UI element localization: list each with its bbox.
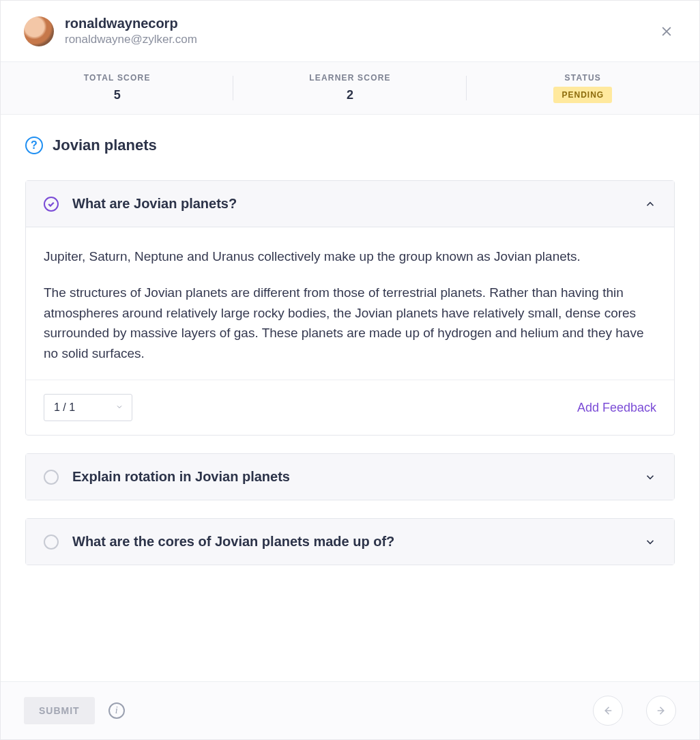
stat-label: TOTAL SCORE [1, 73, 233, 83]
question-header[interactable]: Explain rotation in Jovian planets [26, 454, 674, 500]
header: ronaldwaynecorp ronaldwayne@zylker.com [1, 1, 699, 62]
avatar [24, 16, 54, 46]
next-button[interactable] [646, 696, 676, 726]
answer-paragraph: Jupiter, Saturn, Neptune and Uranus coll… [44, 246, 656, 266]
info-icon[interactable]: i [108, 702, 125, 719]
question-title: Explain rotation in Jovian planets [72, 469, 644, 485]
status-badge: PENDING [553, 87, 612, 103]
stat-label: LEARNER SCORE [233, 73, 466, 83]
chevron-down-icon [115, 401, 123, 414]
submit-button[interactable]: SUBMIT [24, 697, 95, 724]
answer-paragraph: The structures of Jovian planets are dif… [44, 283, 656, 363]
question-card: What are the cores of Jovian planets mad… [25, 518, 675, 565]
content-area: ? Jovian planets What are Jovian planets… [1, 115, 699, 681]
prev-button[interactable] [593, 696, 623, 726]
score-value: 1 / 1 [54, 401, 75, 414]
score-select[interactable]: 1 / 1 [44, 394, 132, 421]
stats-bar: TOTAL SCORE 5 LEARNER SCORE 2 STATUS PEN… [1, 62, 699, 115]
user-info: ronaldwaynecorp ronaldwayne@zylker.com [65, 16, 657, 46]
quiz-title: Jovian planets [53, 137, 157, 154]
question-title: What are Jovian planets? [72, 196, 644, 212]
footer: SUBMIT i [1, 681, 699, 739]
stat-learner-score: LEARNER SCORE 2 [233, 73, 466, 103]
question-footer: 1 / 1 Add Feedback [26, 380, 674, 435]
question-header[interactable]: What are the cores of Jovian planets mad… [26, 519, 674, 565]
quiz-title-row: ? Jovian planets [25, 137, 675, 154]
stat-status: STATUS PENDING [467, 73, 699, 103]
question-header[interactable]: What are Jovian planets? [26, 181, 674, 227]
close-icon [660, 25, 673, 38]
stat-value: 5 [1, 88, 233, 102]
question-card: Explain rotation in Jovian planets [25, 453, 675, 500]
answer-body: Jupiter, Saturn, Neptune and Uranus coll… [26, 227, 674, 380]
stat-label: STATUS [467, 73, 699, 83]
arrow-right-icon [655, 705, 667, 717]
check-circle-icon [44, 197, 59, 212]
question-card: What are Jovian planets? Jupiter, Saturn… [25, 180, 675, 436]
close-button[interactable] [657, 22, 676, 41]
chevron-down-icon [644, 471, 656, 483]
stat-value: 2 [233, 88, 466, 102]
question-mark-icon: ? [25, 137, 43, 154]
chevron-up-icon [644, 198, 656, 210]
stat-total-score: TOTAL SCORE 5 [1, 73, 233, 103]
chevron-down-icon [644, 536, 656, 548]
empty-circle-icon [44, 470, 59, 485]
username: ronaldwaynecorp [65, 16, 657, 31]
add-feedback-link[interactable]: Add Feedback [577, 401, 656, 415]
user-email: ronaldwayne@zylker.com [65, 33, 657, 46]
empty-circle-icon [44, 535, 59, 550]
arrow-left-icon [602, 705, 614, 717]
question-title: What are the cores of Jovian planets mad… [72, 534, 644, 550]
